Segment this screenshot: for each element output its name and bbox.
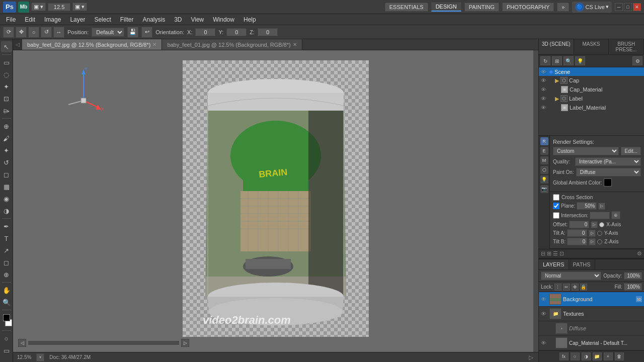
panel-list-btn[interactable]: ☰ bbox=[553, 250, 558, 257]
lock-all-btn[interactable]: 🔒 bbox=[580, 284, 587, 291]
new-layer-btn[interactable]: + bbox=[604, 352, 613, 360]
zoom-input[interactable]: 12.5 bbox=[48, 3, 70, 11]
lock-pixels-btn[interactable]: ✏ bbox=[563, 284, 570, 291]
visibility-icon-label-mat[interactable]: 👁 bbox=[541, 105, 548, 111]
cross-section-checkbox[interactable] bbox=[553, 194, 559, 201]
add-mask-btn[interactable]: ○ bbox=[571, 352, 580, 360]
design-btn[interactable]: DESIGN bbox=[431, 2, 461, 12]
3d-tool[interactable]: ⊕ bbox=[1, 269, 12, 280]
menu-help[interactable]: Help bbox=[239, 15, 260, 24]
env-icon-btn[interactable]: E bbox=[540, 147, 548, 155]
minimize-btn[interactable]: ─ bbox=[615, 3, 623, 11]
hand-tool[interactable]: ✋ bbox=[1, 285, 12, 296]
panel-details-btn[interactable]: ⊡ bbox=[559, 250, 564, 257]
3d-zoom-tool-btn[interactable]: ○ bbox=[28, 27, 39, 38]
scene-settings-btn[interactable]: ⚙ bbox=[632, 56, 642, 65]
more-workspaces-btn[interactable]: » bbox=[557, 3, 569, 12]
visibility-icon-cap-mat[interactable]: 👁 bbox=[541, 86, 548, 93]
menu-file[interactable]: File bbox=[2, 15, 20, 24]
tab-3d-scene[interactable]: 3D (SCENE) bbox=[539, 39, 574, 54]
z-input[interactable] bbox=[258, 28, 278, 36]
3d-rotate-tool-btn[interactable]: ⟳ bbox=[3, 27, 14, 38]
scene-item-label-material[interactable]: 👁 ■ Label_Material bbox=[539, 103, 644, 112]
visibility-icon-scene[interactable]: 👁 bbox=[541, 69, 548, 75]
opacity-input[interactable] bbox=[624, 272, 642, 280]
intersection-color-btn[interactable]: ⊕ bbox=[611, 211, 620, 219]
plane-checkbox[interactable] bbox=[553, 203, 559, 209]
tab-paths[interactable]: PATHS bbox=[569, 259, 595, 269]
layer-eye-textures[interactable]: 👁 bbox=[541, 311, 548, 317]
horizontal-scrollbar[interactable] bbox=[28, 341, 179, 345]
eraser-tool[interactable]: ◻ bbox=[1, 169, 12, 180]
render-icon-btn[interactable]: R bbox=[540, 137, 548, 145]
y-axis-radio[interactable] bbox=[597, 231, 602, 236]
gradient-tool[interactable]: ▦ bbox=[1, 181, 12, 192]
tab-baby-feet-01[interactable]: baby_feet_01.jpg @ 12.5% (Background, RG… bbox=[162, 39, 302, 50]
menu-view[interactable]: View bbox=[187, 15, 208, 24]
history-brush[interactable]: ↺ bbox=[1, 157, 12, 168]
menu-layer[interactable]: Layer bbox=[66, 15, 89, 24]
delete-layer-btn[interactable]: 🗑 bbox=[615, 352, 624, 360]
blend-mode-select[interactable]: Normal bbox=[541, 272, 601, 280]
render-edit-btn[interactable]: Edit... bbox=[621, 147, 641, 155]
quality-select[interactable]: Interactive (Pa... bbox=[575, 157, 641, 166]
foreground-color[interactable] bbox=[3, 314, 10, 321]
scroll-right-btn[interactable]: ▷ bbox=[181, 339, 189, 347]
tilt-a-arrow-btn[interactable]: ▷ bbox=[589, 230, 596, 237]
offset-arrow-btn[interactable]: ▷ bbox=[591, 221, 598, 228]
zoom-dropdown-btn[interactable]: ▾ bbox=[36, 353, 44, 361]
blur-tool[interactable]: ◉ bbox=[1, 193, 12, 204]
visibility-icon-cap[interactable]: 👁 bbox=[541, 77, 548, 83]
light-btn[interactable]: 💡 bbox=[575, 56, 585, 65]
zoom-scene-btn[interactable]: 🔍 bbox=[564, 56, 574, 65]
crop-tool[interactable]: ⊡ bbox=[1, 93, 12, 104]
pen-tool[interactable]: ✒ bbox=[1, 221, 12, 232]
layer-item-textures[interactable]: 👁 📁 Textures bbox=[539, 307, 644, 321]
layer-eye-cap-material[interactable]: 👁 bbox=[541, 340, 548, 346]
lock-transparent-btn[interactable]: ⋮ bbox=[554, 284, 561, 291]
pan-scene-btn[interactable]: ⊞ bbox=[552, 56, 562, 65]
menu-filter[interactable]: Filter bbox=[116, 15, 138, 24]
y-input[interactable] bbox=[226, 28, 247, 36]
plane-arrow-btn[interactable]: ▷ bbox=[598, 203, 605, 210]
panel-expand-btn[interactable]: ⊞ bbox=[547, 250, 551, 257]
paint-on-select[interactable]: Diffuse bbox=[576, 168, 641, 176]
quick-mask-btn[interactable]: ○ bbox=[1, 333, 12, 344]
lock-position-btn[interactable]: ✥ bbox=[572, 284, 579, 291]
menu-select[interactable]: Select bbox=[90, 15, 115, 24]
new-group-btn[interactable]: 📁 bbox=[593, 352, 602, 360]
return-position-btn[interactable]: ↩ bbox=[141, 27, 152, 38]
healing-tool[interactable]: ⊕ bbox=[1, 121, 12, 132]
menu-window[interactable]: Window bbox=[209, 15, 238, 24]
path-select-tool[interactable]: ↗ bbox=[1, 245, 12, 256]
tilt-b-input[interactable] bbox=[567, 238, 587, 245]
layer-item-background[interactable]: 👁 Background 3D bbox=[539, 292, 644, 307]
cs-live-btn[interactable]: 🔵 CS Live ▾ bbox=[572, 2, 612, 13]
intersection-input[interactable] bbox=[590, 212, 610, 219]
3d-drag-tool-btn[interactable]: ↔ bbox=[53, 27, 64, 38]
quick-select-tool[interactable]: ✦ bbox=[1, 81, 12, 92]
screen-mode-btn[interactable]: ▭ bbox=[1, 345, 12, 356]
tab-close-2[interactable]: ✕ bbox=[293, 42, 297, 47]
panel-gear-btn[interactable]: ⚙ bbox=[637, 250, 642, 257]
menu-analysis[interactable]: Analysis bbox=[138, 15, 169, 24]
menu-3d[interactable]: 3D bbox=[170, 15, 186, 24]
position-select[interactable]: Default bbox=[92, 28, 124, 37]
timeline-arrow[interactable]: ▷ bbox=[529, 354, 533, 361]
eyedropper-tool[interactable]: ⌲ bbox=[1, 105, 12, 116]
scene-item-cap-material[interactable]: 👁 ■ Cap_Material bbox=[539, 85, 644, 94]
mesh-icon-btn[interactable]: ⬡ bbox=[540, 166, 548, 174]
zoom-tool[interactable]: 🔍 bbox=[1, 297, 12, 308]
scroll-left-btn[interactable]: ◁ bbox=[18, 339, 26, 347]
vertical-scrollbar[interactable] bbox=[533, 50, 538, 352]
layer-item-diffuse[interactable]: ▫ Diffuse bbox=[539, 321, 644, 336]
maximize-btn[interactable]: □ bbox=[624, 3, 632, 11]
panel-toggle-btn[interactable]: ◁ bbox=[13, 39, 22, 50]
z-axis-radio[interactable] bbox=[597, 239, 602, 244]
menu-image[interactable]: Image bbox=[40, 15, 65, 24]
3d-roll-tool-btn[interactable]: ↺ bbox=[41, 27, 52, 38]
save-position-btn[interactable]: 💾 bbox=[127, 27, 138, 38]
layer-item-cap-material[interactable]: 👁 Cap_Material - Default T... bbox=[539, 336, 644, 350]
essentials-btn[interactable]: ESSENTIALS bbox=[385, 3, 428, 12]
intersection-checkbox[interactable] bbox=[553, 212, 559, 219]
